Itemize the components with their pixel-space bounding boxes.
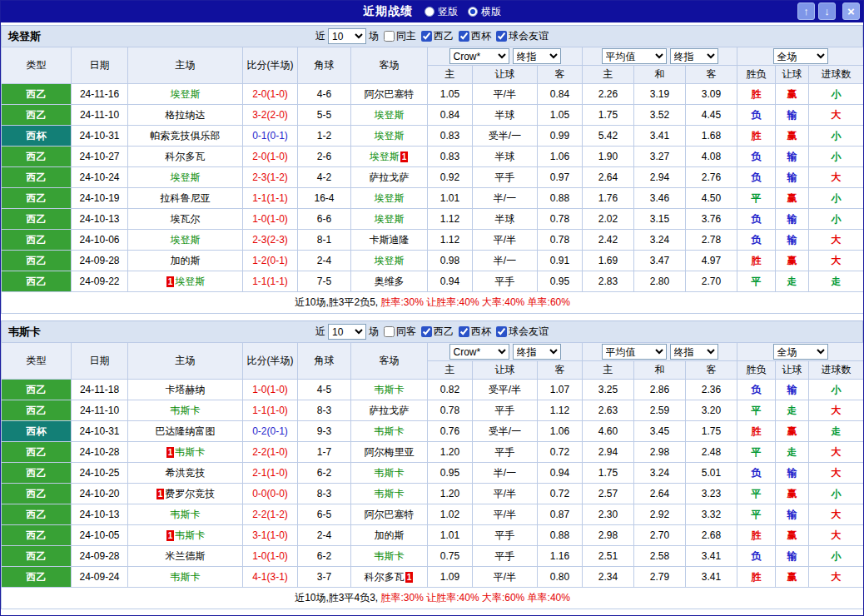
avg-away-odds: 3.41 [686,567,737,588]
home-team: 巴达隆纳富图 [128,421,243,442]
avg-source-select[interactable]: 平均值 [602,344,667,360]
avg-away-odds: 3.76 [686,209,737,230]
col-header-1: 日期 [72,343,128,380]
filter-checkbox[interactable] [421,326,432,337]
home-team-name: 科尔多瓦 [166,151,206,162]
handicap-verdict: 输 [776,209,809,230]
handicap-verdict: 输 [776,105,809,126]
league-badge: 西乙 [2,484,72,504]
avg-home-odds: 2.42 [583,230,634,251]
home-team: 韦斯卡 [128,400,243,421]
handicap-home-odds: 1.01 [428,525,473,546]
filter-2[interactable]: 西杯 [454,29,491,43]
filter-0[interactable]: 同客 [379,325,416,339]
away-team: 埃登斯 [351,251,428,271]
home-team-name: 加的斯 [171,255,201,266]
score: 4-1(3-1) [243,567,298,588]
scroll-down-button[interactable]: ↓ [818,2,836,20]
handicap-line: 平/半 [473,567,538,588]
scroll-up-button[interactable]: ↑ [797,2,815,20]
odds-stage-select[interactable]: 终指 [513,344,561,360]
section-team-name: 韦斯卡 [2,325,41,340]
match-row: 西杯24-10-31巴达隆纳富图0-2(0-1)9-3韦斯卡0.76受半/一1.… [2,421,864,442]
result-verdict: 负 [737,105,776,126]
recent-results-window: 近期战绩 竖版横版 ↑ ↓ × 埃登斯近10场同主西乙西杯球会友谊类型日期主场比… [0,0,864,616]
filter-checkbox[interactable] [421,31,432,42]
subcol-header-7: 让球 [776,66,809,84]
filter-label: 西杯 [471,325,491,339]
avg-home-odds: 3.25 [583,380,634,400]
home-team: 1韦斯卡 [128,525,243,546]
odds-source-select[interactable]: Crow* [449,344,509,360]
match-row: 西乙24-09-24韦斯卡4-1(3-1)3-7科尔多瓦11.09平/半0.80… [2,567,864,588]
handicap-home-odds: 1.12 [428,230,473,251]
filter-1[interactable]: 西乙 [416,325,454,339]
layout-radio-1[interactable]: 横版 [468,5,501,19]
avg-away-odds: 2.76 [686,167,737,188]
odds-source-select[interactable]: Crow* [449,48,509,64]
away-team-name: 加的斯 [375,529,405,541]
avg-home-odds: 1.76 [583,188,634,209]
filter-label: 西乙 [434,325,454,339]
match-count-select[interactable]: 10 [328,28,366,44]
filter-checkbox[interactable] [459,31,469,42]
match-count-select[interactable]: 10 [328,324,366,340]
avg-source-select[interactable]: 平均值 [602,48,667,64]
corner-count: 5-5 [298,105,351,126]
scope-select[interactable]: 全场 [773,344,828,360]
corner-count: 6-6 [298,209,351,230]
avg-stage-select[interactable]: 终指 [670,344,718,360]
handicap-home-odds: 0.83 [428,147,473,167]
filter-checkbox[interactable] [384,326,395,337]
home-team-name: 埃登斯 [171,234,201,246]
handicap-away-odds: 0.72 [538,484,583,504]
close-button[interactable]: × [842,2,860,20]
result-verdict: 胜 [737,525,776,546]
scope-select[interactable]: 全场 [773,48,828,64]
handicap-away-odds: 0.78 [538,209,583,230]
avg-draw-odds: 2.98 [634,442,686,463]
filter-checkbox[interactable] [496,326,507,337]
league-badge: 西乙 [2,546,72,567]
home-team-name: 巴达隆纳富图 [156,425,216,437]
league-badge: 西乙 [2,230,72,251]
home-team: 1埃登斯 [128,271,243,292]
col-header-5: 客场 [351,47,428,84]
filter-3[interactable]: 球会友谊 [491,325,549,339]
avg-stage-select[interactable]: 终指 [670,48,718,64]
layout-radio-0[interactable]: 竖版 [425,5,458,19]
away-team: 韦斯卡 [351,463,428,484]
scope-group-header: 全场 [737,47,864,66]
filter-checkbox[interactable] [384,31,395,42]
handicap-verdict: 输 [776,463,809,484]
handicap-away-odds: 0.94 [538,463,583,484]
handicap-verdict: 输 [776,167,809,188]
filter-0[interactable]: 同主 [379,29,416,43]
filter-checkbox[interactable] [496,31,507,42]
summary-segment: 近10场,胜3平4负3, [295,592,380,604]
handicap-away-odds: 1.06 [538,421,583,442]
away-team-name: 埃登斯 [375,213,405,225]
summary-segment: 大率:60% [479,592,525,604]
result-verdict: 胜 [737,251,776,271]
avg-draw-odds: 2.70 [634,525,686,546]
handicap-away-odds: 0.72 [538,442,583,463]
avg-away-odds: 3.32 [686,504,737,525]
handicap-away-odds: 0.80 [538,567,583,588]
filter-checkbox[interactable] [459,326,469,337]
away-team: 埃登斯 [351,126,428,147]
result-verdict: 负 [737,546,776,567]
filter-2[interactable]: 西杯 [454,325,491,339]
result-verdict: 胜 [737,421,776,442]
odds-stage-select[interactable]: 终指 [513,48,561,64]
col-header-0: 类型 [2,343,72,380]
match-row: 西乙24-10-051韦斯卡3-1(1-0)2-4加的斯1.01平手0.882.… [2,525,864,546]
filter-3[interactable]: 球会友谊 [491,29,549,43]
col-header-3: 比分(半场) [243,47,298,84]
filter-1[interactable]: 西乙 [416,29,454,43]
subcol-header-0: 主 [428,361,473,380]
col-header-3: 比分(半场) [243,343,298,380]
red-card-badge: 1 [156,489,165,499]
league-badge: 西乙 [2,251,72,271]
match-date: 24-10-24 [72,167,128,188]
